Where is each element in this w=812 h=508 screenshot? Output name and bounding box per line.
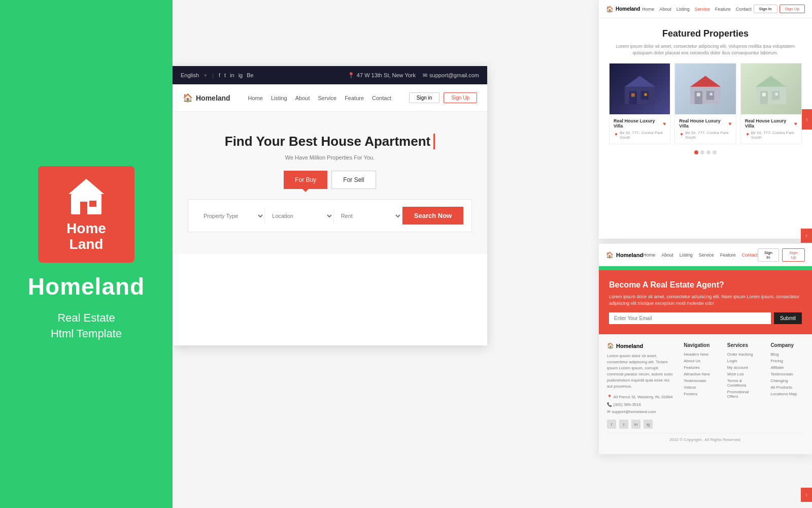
- location-select[interactable]: Location: [265, 208, 333, 224]
- scroll-top-button[interactable]: ↑: [801, 229, 812, 243]
- nav-home[interactable]: Home: [248, 95, 263, 101]
- nav-feature[interactable]: Feature: [345, 95, 364, 101]
- nav-about[interactable]: About: [295, 95, 310, 101]
- scroll-bottom-button[interactable]: ↑: [801, 488, 812, 502]
- fco-all-products[interactable]: All Products: [770, 385, 804, 390]
- fnav-headers-new[interactable]: Headers New: [684, 352, 717, 357]
- fsvc-order-tracking[interactable]: Order tracking: [727, 352, 761, 357]
- signin-button[interactable]: Sign in: [409, 92, 440, 103]
- topbar: English ▾ | f t in ig Be 📍 47 W 13th St,…: [173, 66, 487, 84]
- fsvc-my-account[interactable]: My account: [727, 365, 761, 370]
- bnav-feature[interactable]: Feature: [720, 252, 736, 258]
- dot-1[interactable]: [694, 150, 698, 154]
- facebook-icon[interactable]: f: [219, 72, 220, 78]
- footer-linkedin-icon[interactable]: in: [631, 420, 640, 429]
- property-card-3[interactable]: Real House Luxury Villa ♥ 📍 Bir Dt. 777-…: [740, 63, 802, 144]
- heart-icon-2[interactable]: ♥: [729, 121, 732, 126]
- bottom-signup-btn[interactable]: Sign Up: [782, 248, 805, 262]
- dot-2[interactable]: [700, 150, 704, 154]
- property-location-2: 📍 Bir Dt. 777- Contra Park South: [679, 131, 731, 140]
- nav-contact[interactable]: Contact: [372, 95, 391, 101]
- svg-marker-11: [690, 76, 721, 86]
- svg-rect-21: [762, 93, 766, 97]
- signup-button[interactable]: Sign Up: [444, 92, 477, 103]
- svg-rect-14: [710, 93, 713, 96]
- bottom-nav-logo: 🏠 Homeland: [606, 251, 643, 259]
- bnav-service[interactable]: Service: [699, 252, 714, 258]
- footer-phone: 📞 (302) 589-3516: [607, 401, 673, 408]
- agent-submit-button[interactable]: Submit: [774, 312, 802, 324]
- fnav-feature[interactable]: Feature: [715, 7, 731, 12]
- topbar-social: f t in ig Be: [219, 72, 254, 78]
- rent-select[interactable]: Rent: [334, 208, 402, 224]
- heart-icon-3[interactable]: ♥: [794, 121, 797, 126]
- language-selector[interactable]: English: [181, 72, 199, 78]
- dot-4[interactable]: [713, 150, 717, 154]
- fco-changing[interactable]: Changing: [770, 378, 804, 383]
- nav-service[interactable]: Service: [318, 95, 336, 101]
- nav-listing[interactable]: Listing: [271, 95, 287, 101]
- fnav-home[interactable]: Home: [642, 7, 654, 12]
- footer-twitter-icon[interactable]: t: [619, 420, 628, 429]
- property-info-2: Real House Luxury Villa ♥ 📍 Bir Dt. 777-…: [675, 114, 735, 144]
- fco-blog[interactable]: Blog: [770, 352, 804, 357]
- bnav-listing[interactable]: Listing: [680, 252, 693, 258]
- featured-signup-btn[interactable]: Sign Up: [780, 5, 805, 13]
- fsvc-promotional[interactable]: Promotional Offers: [727, 390, 761, 399]
- fnav-testimonials[interactable]: Testimonials: [684, 378, 717, 383]
- bottom-signin-btn[interactable]: Sign In: [758, 248, 779, 262]
- fsvc-login[interactable]: Login: [727, 359, 761, 363]
- footer-facebook-icon[interactable]: f: [607, 420, 616, 429]
- property-image-3: [741, 64, 801, 114]
- fco-pricing[interactable]: Pricing: [770, 359, 804, 363]
- bnav-about[interactable]: About: [661, 252, 673, 258]
- footer-company-links: Blog Pricing Affiliate Testimonials Chan…: [770, 352, 804, 396]
- heart-icon-1[interactable]: ♥: [663, 121, 666, 126]
- property-cards: Real House Luxury Villa ♥ 📍 Bir Dt. 777-…: [609, 63, 802, 144]
- nav-brand: Homeland: [196, 94, 230, 102]
- fco-testimonials[interactable]: Testimonials: [770, 372, 804, 376]
- scroll-indicator[interactable]: ↑: [802, 109, 812, 130]
- fsvc-wish-list[interactable]: Wish List: [727, 372, 761, 376]
- fco-affiliate[interactable]: Affiliate: [770, 365, 804, 370]
- for-buy-button[interactable]: For Buy: [284, 171, 327, 189]
- twitter-icon[interactable]: t: [224, 72, 226, 78]
- featured-nav-logo: 🏠 Homeland: [606, 6, 640, 13]
- footer-instagram-icon[interactable]: ig: [644, 420, 653, 429]
- dot-3[interactable]: [706, 150, 710, 154]
- property-name-3: Real House Luxury Villa ♥: [745, 118, 797, 129]
- hero-subtitle: We Have Million Properties For You.: [285, 154, 375, 161]
- fnav-attractive-new[interactable]: Attractive New: [684, 372, 717, 376]
- bnav-home[interactable]: Home: [643, 252, 655, 258]
- footer-copyright: 2022 © Copyright - All Rights Reserved.: [607, 433, 804, 446]
- property-card-1[interactable]: Real House Luxury Villa ♥ 📍 Bir Dt. 777-…: [609, 63, 670, 144]
- fnav-footers[interactable]: Footers: [684, 392, 717, 396]
- for-sell-button[interactable]: For Sell: [331, 171, 376, 189]
- bottom-nav-buttons: Sign In Sign Up: [758, 248, 805, 262]
- topbar-left: English ▾ | f t in ig Be: [181, 72, 254, 79]
- logo-box: Home Land: [38, 166, 134, 263]
- footer-nav-col: Navigation Headers New About Us Features…: [684, 342, 717, 429]
- bnav-contact[interactable]: Contact: [742, 252, 758, 258]
- featured-signin-btn[interactable]: Sign In: [754, 5, 777, 13]
- fnav-features[interactable]: Features: [684, 365, 717, 370]
- fnav-about[interactable]: About: [659, 7, 671, 12]
- fsvc-terms[interactable]: Terms & Conditions: [727, 378, 761, 388]
- svg-marker-1: [69, 179, 104, 194]
- instagram-icon[interactable]: ig: [239, 72, 243, 78]
- fnav-contact[interactable]: Contact: [736, 7, 752, 12]
- fnav-listing[interactable]: Listing: [676, 7, 690, 12]
- svg-rect-19: [772, 91, 780, 100]
- linkedin-icon[interactable]: in: [230, 72, 234, 78]
- fnav-about-us[interactable]: About Us: [684, 359, 717, 363]
- search-now-button[interactable]: Search Now: [402, 207, 463, 225]
- fnav-service[interactable]: Service: [695, 7, 710, 12]
- agent-email-input[interactable]: [609, 312, 771, 324]
- footer-nav-title: Navigation: [684, 342, 717, 348]
- house-logo-icon: [66, 176, 107, 217]
- fco-locations-map[interactable]: Locations Map: [770, 392, 804, 396]
- property-card-2[interactable]: Real House Luxury Villa ♥ 📍 Bir Dt. 777-…: [674, 63, 736, 144]
- fnav-videos[interactable]: Videos: [684, 385, 717, 390]
- property-type-select[interactable]: Property Type: [196, 208, 265, 224]
- behance-icon[interactable]: Be: [247, 72, 253, 78]
